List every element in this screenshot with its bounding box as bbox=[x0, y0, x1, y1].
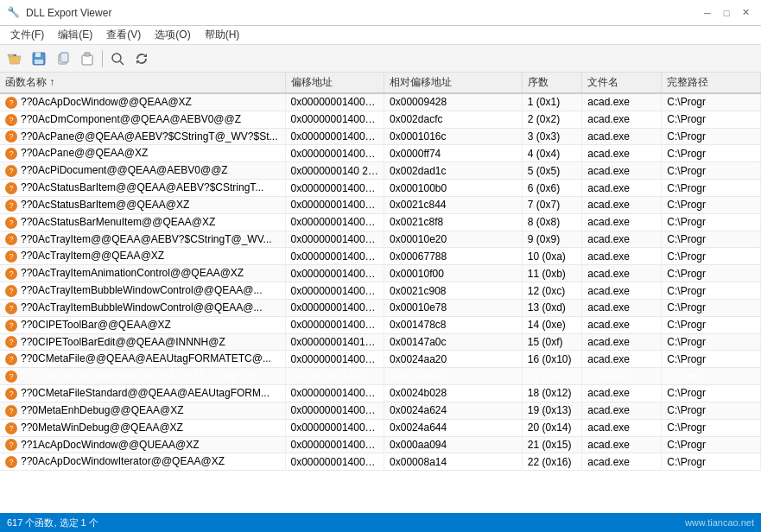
table-row[interactable]: ???0CIPEToolBar@@QEAA@XZ0x00000001400147… bbox=[0, 316, 761, 333]
cell-name: ???0MetaEnhDebug@@QEAA@XZ bbox=[0, 402, 285, 419]
cell-relOffset: 0x00010e20 bbox=[384, 231, 523, 248]
cell-name: ???0AcPiDocument@@QEAA@AEBV0@@Z bbox=[0, 162, 285, 180]
menu-help[interactable]: 帮助(H) bbox=[198, 26, 247, 44]
table-row[interactable]: ???0AcTrayItemBubbleWindowControl@@QEAA@… bbox=[0, 282, 761, 300]
table-row[interactable]: ???0AcStatusBarItem@@QEAA@XZ0x0000000140… bbox=[0, 196, 761, 213]
col-header-name[interactable]: 函数名称 ↑ bbox=[0, 73, 285, 93]
cell-ordinal: 15 (0xf) bbox=[522, 333, 582, 351]
toolbar-save[interactable] bbox=[28, 48, 50, 70]
col-header-offset[interactable]: 偏移地址 bbox=[285, 73, 384, 93]
table-row[interactable]: ???0CMetaFileStandard@@QEAA@AEAUtagFORM.… bbox=[0, 385, 761, 402]
table-row[interactable]: ???0AcApDocWindow@@QEAA@XZ0x000000014000… bbox=[0, 93, 761, 111]
cell-ordinal: 4 (0x4) bbox=[522, 145, 582, 162]
table-row[interactable]: ???0AcTrayItem@@QEAA@AEBV?$CStringT@_WV.… bbox=[0, 231, 761, 248]
menu-options[interactable]: 选项(O) bbox=[148, 26, 197, 44]
row-icon: ? bbox=[5, 182, 17, 194]
cell-fullPath: C:\Progr bbox=[662, 351, 761, 368]
cell-relOffset: 0x0021c8f8 bbox=[384, 213, 523, 231]
cell-ordinal: 3 (0x3) bbox=[522, 128, 582, 145]
cell-relOffset: 0x0024a624 bbox=[384, 402, 523, 419]
col-header-fullpath[interactable]: 完整路径 bbox=[662, 73, 761, 93]
table-row[interactable]: ???0AcTrayItemAnimationControl@@QEAA@XZ0… bbox=[0, 265, 761, 282]
cell-offset: 0x000000014002dacfc bbox=[285, 111, 384, 128]
cell-filename: acad.exe bbox=[582, 333, 662, 351]
table-row[interactable]: ???0AcPane@@QEAA@AEBV?$CStringT@_WV?$St.… bbox=[0, 128, 761, 145]
main-content: 函数名称 ↑ 偏移地址 相对偏移地址 序数 文件名 完整路径 bbox=[0, 73, 761, 513]
menu-file[interactable]: 文件(F) bbox=[3, 26, 51, 44]
cell-filename: acad.exe bbox=[582, 265, 662, 282]
toolbar-open[interactable] bbox=[3, 48, 26, 70]
cell-fullPath: C:\Progr bbox=[662, 436, 761, 453]
table-row[interactable]: ???0AcPiDocument@@QEAA@AEBV0@@Z0x0000000… bbox=[0, 162, 761, 180]
row-icon: ? bbox=[5, 370, 17, 383]
row-icon: ? bbox=[5, 336, 17, 348]
cell-name: ???0CMetaFileEnhanced@@QEAA@AEAUtagFOR..… bbox=[0, 368, 285, 385]
cell-fullPath: C:\Progr bbox=[662, 162, 761, 180]
col-header-rel-offset[interactable]: 相对偏移地址 bbox=[384, 73, 523, 93]
table-row[interactable]: ???0MetaEnhDebug@@QEAA@XZ0x0000000140024… bbox=[0, 402, 761, 419]
cell-fullPath: C:\Progr bbox=[662, 196, 761, 213]
row-icon: ? bbox=[5, 130, 17, 142]
toolbar-separator-1 bbox=[102, 50, 103, 67]
col-header-filename[interactable]: 文件名 bbox=[582, 73, 662, 93]
cell-offset: 0x000000014000f00 bbox=[285, 265, 384, 282]
cell-offset: 0x0000000140024a624 bbox=[285, 402, 384, 419]
menu-view[interactable]: 查看(V) bbox=[99, 26, 148, 44]
toolbar-copy[interactable] bbox=[52, 48, 74, 70]
cell-offset: 0x000000014001 0e78 bbox=[285, 299, 384, 316]
col-header-ordinal[interactable]: 序数 bbox=[522, 73, 582, 93]
cell-name: ???0CMetaFile@@QEAA@AEAUtagFORMATETC@... bbox=[0, 351, 285, 368]
cell-name: ???0AcStatusBarMenuItem@@QEAA@XZ bbox=[0, 213, 285, 231]
svg-point-9 bbox=[112, 54, 121, 62]
table-row[interactable]: ???0MetaWinDebug@@QEAA@XZ0x0000000140024… bbox=[0, 419, 761, 436]
table-row[interactable]: ???1AcApDocWindow@@QUEAA@XZ0x00000001400… bbox=[0, 436, 761, 453]
toolbar-refresh[interactable] bbox=[130, 48, 153, 70]
app-icon: 🔧 bbox=[7, 6, 21, 20]
cell-ordinal: 19 (0x13) bbox=[522, 402, 582, 419]
table-row[interactable]: ???0AcPane@@QEAA@XZ0x000000014000ff740x0… bbox=[0, 145, 761, 162]
cell-relOffset: 0x0024a644 bbox=[384, 419, 523, 436]
table-row[interactable]: ???0AcTrayItemBubbleWindowControl@@QEAA@… bbox=[0, 299, 761, 316]
svg-rect-8 bbox=[85, 53, 90, 56]
row-icon: ? bbox=[5, 217, 17, 229]
table-row[interactable]: ???0AcApDocWindowIterator@@QEAA@XZ0x0000… bbox=[0, 453, 761, 471]
table-container[interactable]: 函数名称 ↑ 偏移地址 相对偏移地址 序数 文件名 完整路径 bbox=[0, 73, 761, 513]
cell-name: ???0AcStatusBarItem@@QEAA@XZ bbox=[0, 196, 285, 213]
cell-relOffset: 0x0001016c bbox=[384, 128, 523, 145]
row-icon: ? bbox=[5, 268, 17, 280]
cell-fullPath: C:\Progr bbox=[662, 453, 761, 471]
table-row[interactable]: ???0CMetaFile@@QEAA@AEAUtagFORMATETC@...… bbox=[0, 351, 761, 368]
cell-fullPath: C:\Progr bbox=[662, 419, 761, 436]
cell-name: ???0AcTrayItemBubbleWindowControl@@QEAA@… bbox=[0, 282, 285, 300]
cell-fullPath: C:\Progr bbox=[662, 402, 761, 419]
maximize-button[interactable]: □ bbox=[718, 4, 735, 22]
row-icon: ? bbox=[5, 320, 17, 332]
cell-offset: 0x000000014000aa094 bbox=[285, 436, 384, 453]
cell-filename: acad.exe bbox=[582, 368, 662, 385]
cell-fullPath: C:\Progr bbox=[662, 316, 761, 333]
table-row[interactable]: ???0AcStatusBarItem@@QEAA@AEBV?$CStringT… bbox=[0, 180, 761, 197]
cell-filename: acad.exe bbox=[582, 93, 662, 111]
cell-name: ???0AcTrayItem@@QEAA@XZ bbox=[0, 248, 285, 265]
close-button[interactable]: ✕ bbox=[737, 4, 754, 22]
cell-relOffset: 0x00010e78 bbox=[384, 299, 523, 316]
table-row[interactable]: ???0AcTrayItem@@QEAA@XZ0x000000014006778… bbox=[0, 248, 761, 265]
cell-fullPath: C:\Progr bbox=[662, 299, 761, 316]
cell-fullPath: C:\Progr bbox=[662, 248, 761, 265]
toolbar bbox=[0, 45, 761, 73]
cell-offset: 0x000000014014 7a0c bbox=[285, 333, 384, 351]
cell-filename: acad.exe bbox=[582, 248, 662, 265]
table-row[interactable]: ???0AcStatusBarMenuItem@@QEAA@XZ0x000000… bbox=[0, 213, 761, 231]
minimize-button[interactable]: ─ bbox=[699, 4, 716, 22]
toolbar-find[interactable] bbox=[106, 48, 129, 70]
cell-ordinal: 12 (0xc) bbox=[522, 282, 582, 300]
cell-fullPath: C:\Progr bbox=[662, 180, 761, 197]
table-row[interactable]: ???0CIPEToolBarEdit@@QEAA@INNNH@Z0x00000… bbox=[0, 333, 761, 351]
toolbar-paste[interactable] bbox=[76, 48, 98, 70]
table-row[interactable]: ???0AcDmComponent@@QEAA@AEBV0@@Z0x000000… bbox=[0, 111, 761, 128]
watermark: www.tiancao.net bbox=[685, 517, 754, 528]
cell-fullPath: C:\Progr bbox=[662, 282, 761, 300]
cell-relOffset: 0x002dacfc bbox=[384, 111, 523, 128]
menu-edit[interactable]: 编辑(E) bbox=[51, 26, 99, 44]
table-row[interactable]: ???0CMetaFileEnhanced@@QEAA@AEAUtagFOR..… bbox=[0, 368, 761, 385]
